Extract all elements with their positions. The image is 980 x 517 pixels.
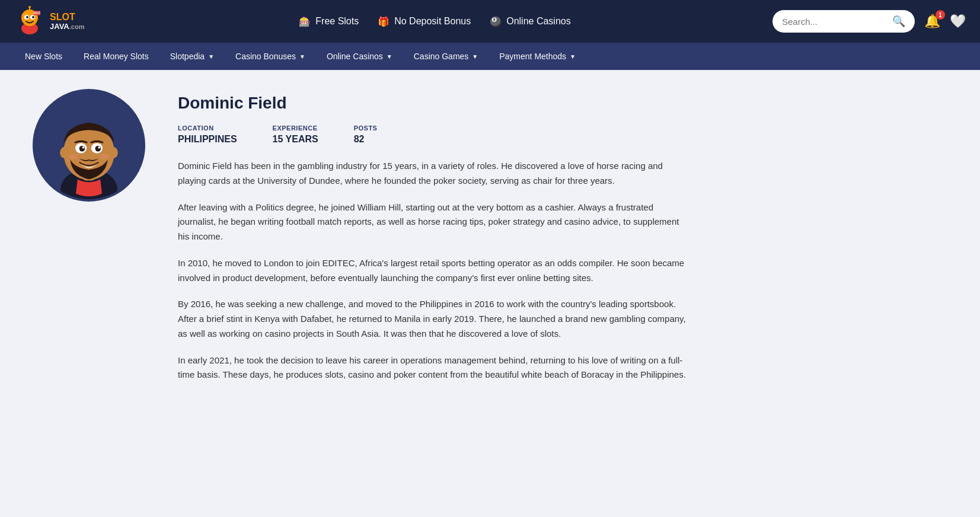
avatar (33, 89, 145, 202)
profile-sidebar (24, 89, 154, 382)
search-icon[interactable]: 🔍 (892, 15, 905, 28)
bio-paragraph-4: By 2016, he was seeking a new challenge,… (178, 297, 688, 341)
online-casinos-dropdown-arrow: ▼ (387, 53, 392, 60)
stat-experience: EXPERIENCE 15 YEARS (273, 125, 318, 145)
experience-value: 15 YEARS (273, 134, 318, 145)
online-casinos-emoji: 🎱 (490, 16, 502, 27)
profile-stats: LOCATION PHILIPPINES EXPERIENCE 15 YEARS… (178, 125, 806, 145)
location-label: LOCATION (178, 125, 237, 132)
sub-navigation: New Slots Real Money Slots Slotpedia ▼ C… (0, 43, 980, 70)
bio-paragraph-5: In early 2021, he took the decision to l… (178, 353, 688, 383)
posts-label: POSTS (354, 125, 378, 132)
avatar-image (35, 89, 143, 202)
no-deposit-bonus-link[interactable]: 🎁 No Deposit Bonus (378, 16, 471, 27)
search-area: 🔍 🔔 1 🤍 (772, 10, 966, 33)
search-input[interactable] (782, 17, 888, 27)
subnav-payment-methods[interactable]: Payment Methods ▼ (489, 43, 586, 70)
top-nav-links: 🎰 Free Slots 🎁 No Deposit Bonus 🎱 Online… (116, 16, 754, 27)
subnav-casino-bonuses[interactable]: Casino Bonuses ▼ (225, 43, 316, 70)
no-deposit-label: No Deposit Bonus (394, 16, 471, 27)
notification-badge: 1 (936, 10, 945, 20)
bio-paragraph-3: In 2010, he moved to London to join EDIT… (178, 256, 688, 286)
bio-paragraph-1: Dominic Field has been in the gambling i… (178, 159, 688, 189)
logo-text-slot: SLOT (50, 12, 84, 23)
stat-location: LOCATION PHILIPPINES (178, 125, 237, 145)
payment-methods-dropdown-arrow: ▼ (570, 53, 576, 60)
svg-rect-9 (33, 11, 40, 15)
svg-point-23 (98, 146, 100, 149)
casino-games-dropdown-arrow: ▼ (472, 53, 478, 60)
search-box[interactable]: 🔍 (772, 10, 915, 33)
experience-label: EXPERIENCE (273, 125, 318, 132)
stat-posts: POSTS 82 (354, 125, 378, 145)
profile-info: Dominic Field LOCATION PHILIPPINES EXPER… (178, 89, 806, 382)
casino-bonuses-dropdown-arrow: ▼ (299, 53, 305, 60)
svg-point-20 (79, 146, 85, 152)
logo-text-java: JAVA.com (50, 23, 84, 31)
svg-point-25 (100, 154, 108, 159)
profile-bio: Dominic Field has been in the gambling i… (178, 159, 688, 382)
free-slots-link[interactable]: 🎰 Free Slots (299, 16, 359, 27)
location-value: PHILIPPINES (178, 134, 237, 145)
no-deposit-emoji: 🎁 (378, 16, 390, 27)
slotpedia-dropdown-arrow: ▼ (208, 53, 214, 60)
svg-point-22 (82, 146, 85, 149)
svg-point-5 (26, 16, 28, 18)
subnav-slotpedia[interactable]: Slotpedia ▼ (159, 43, 225, 70)
bio-paragraph-2: After leaving with a Politics degree, he… (178, 200, 688, 244)
logo-icon (14, 6, 45, 37)
free-slots-emoji: 🎰 (299, 16, 311, 27)
posts-value: 82 (354, 134, 378, 145)
svg-point-21 (95, 146, 101, 152)
svg-point-24 (69, 154, 78, 159)
svg-point-8 (28, 6, 31, 8)
svg-point-16 (60, 147, 69, 158)
top-navigation: SLOT JAVA.com 🎰 Free Slots 🎁 No Deposit … (0, 0, 980, 43)
svg-point-6 (32, 16, 34, 18)
free-slots-label: Free Slots (315, 16, 359, 27)
subnav-real-money-slots[interactable]: Real Money Slots (73, 43, 159, 70)
notification-button[interactable]: 🔔 1 (924, 14, 940, 29)
online-casinos-label: Online Casinos (506, 16, 571, 27)
subnav-new-slots[interactable]: New Slots (14, 43, 73, 70)
main-content: Dominic Field LOCATION PHILIPPINES EXPER… (0, 70, 830, 401)
favorites-button[interactable]: 🤍 (950, 14, 966, 29)
profile-name: Dominic Field (178, 94, 806, 113)
subnav-casino-games[interactable]: Casino Games ▼ (403, 43, 489, 70)
online-casinos-link[interactable]: 🎱 Online Casinos (490, 16, 571, 27)
subnav-online-casinos[interactable]: Online Casinos ▼ (316, 43, 403, 70)
logo[interactable]: SLOT JAVA.com (14, 6, 97, 37)
svg-point-17 (109, 147, 118, 158)
